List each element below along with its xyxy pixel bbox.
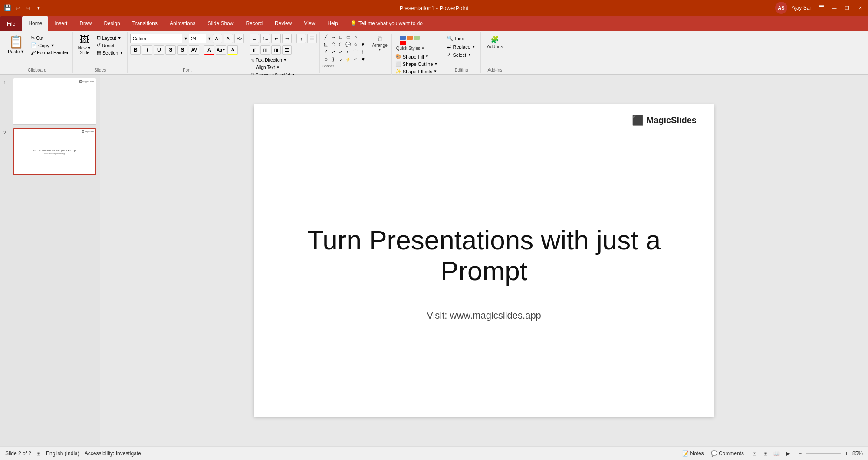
shape-lightning-icon[interactable]: ⚡ (345, 56, 352, 63)
tab-design[interactable]: Design (98, 16, 126, 31)
minimize-button[interactable]: — (830, 3, 838, 12)
reading-view-button[interactable]: 📖 (772, 448, 782, 459)
tab-file[interactable]: File (0, 16, 22, 31)
shape-more-icon[interactable]: ⋯ (359, 34, 366, 41)
layout-button[interactable]: ⊞Layout▼ (95, 35, 125, 41)
paste-button[interactable]: 📋 Paste ▼ (4, 33, 28, 56)
tab-animations[interactable]: Animations (164, 16, 201, 31)
tab-search[interactable]: 💡Tell me what you want to do (344, 16, 429, 31)
slide-main-title[interactable]: Turn Presentations with just a Prompt (277, 225, 691, 287)
accessibility-status[interactable]: Accessibility: Investigate (85, 450, 141, 457)
shape-smile-icon[interactable]: ☺ (322, 56, 329, 63)
shape-oval-icon[interactable]: ○ (352, 34, 359, 41)
change-case-button[interactable]: Aa▼ (216, 45, 226, 55)
section-button[interactable]: ▤Section▼ (95, 49, 125, 56)
shadow-button[interactable]: S (177, 45, 187, 55)
shape-hexagon-icon[interactable]: ⬡ (337, 41, 344, 48)
slide-thumbnail-panel-toggle[interactable]: ⊞ (36, 450, 41, 457)
shape-music-icon[interactable]: ♪ (337, 56, 344, 63)
shape-rect-icon[interactable]: □ (337, 34, 344, 41)
bullets-button[interactable]: ≡ (250, 34, 259, 43)
comments-button[interactable]: 💬 Comments (709, 450, 746, 457)
columns-button[interactable]: ☰ (307, 34, 317, 43)
font-size-dropdown-icon[interactable]: ▼ (207, 36, 211, 41)
undo-icon[interactable]: ↩ (14, 4, 22, 12)
shape-cross-icon[interactable]: ✖ (359, 56, 366, 63)
quick-styles-button[interactable]: Quick Styles ▼ (394, 34, 427, 52)
line-spacing-button[interactable]: ↕ (296, 34, 306, 43)
shape-effects-button[interactable]: ✨ Shape Effects ▼ (394, 68, 440, 75)
user-avatar[interactable]: AS (775, 2, 787, 14)
font-name-input[interactable] (130, 34, 182, 43)
find-button[interactable]: 🔍 Find (445, 35, 477, 42)
reset-button[interactable]: ↺Reset (95, 42, 125, 49)
font-color-button[interactable]: A (204, 45, 214, 55)
replace-button[interactable]: ⇄ Replace ▼ (445, 43, 477, 50)
shape-connector3-icon[interactable]: ↙ (337, 49, 344, 55)
cut-button[interactable]: ✂Cut (30, 35, 70, 41)
increase-font-button[interactable]: A+ (213, 34, 222, 43)
restore-button[interactable]: ❐ (843, 3, 852, 12)
tab-view[interactable]: View (298, 16, 321, 31)
shape-check-icon[interactable]: ✓ (352, 56, 359, 63)
copy-button[interactable]: 📄Copy▼ (30, 42, 70, 49)
customize-quick-access-icon[interactable]: ▼ (35, 4, 43, 12)
tab-record[interactable]: Record (240, 16, 269, 31)
arrange-button[interactable]: ⧉ Arrange ▼ (370, 34, 390, 53)
shape-fill-button[interactable]: 🎨 Shape Fill ▼ (394, 53, 440, 60)
addins-button[interactable]: 🧩 Add-ins (483, 33, 506, 52)
text-direction-button[interactable]: ⇅Text Direction▼ (250, 57, 317, 63)
zoom-in-button[interactable]: + (843, 450, 850, 457)
highlight-button[interactable]: A (227, 45, 238, 55)
justify-button[interactable]: ☰ (282, 45, 292, 55)
increase-indent-button[interactable]: ⇒ (282, 34, 292, 43)
shape-arrow-icon[interactable]: → (330, 34, 337, 41)
shape-rounded-rect-icon[interactable]: ▭ (345, 34, 352, 41)
align-right-button[interactable]: ◨ (271, 45, 281, 55)
redo-icon[interactable]: ↪ (24, 4, 32, 12)
shape-callout-icon[interactable]: 💬 (345, 41, 352, 48)
slide-show-button[interactable]: ▶ (783, 448, 793, 459)
tab-insert[interactable]: Insert (48, 16, 73, 31)
shape-curved1-icon[interactable]: ∪ (345, 49, 352, 55)
align-center-button[interactable]: ◫ (260, 45, 270, 55)
tab-home[interactable]: Home (22, 16, 48, 31)
underline-button[interactable]: U (154, 45, 164, 55)
shape-connector1-icon[interactable]: ∠ (322, 49, 329, 55)
tab-draw[interactable]: Draw (73, 16, 98, 31)
slide-subtitle[interactable]: Visit: www.magicslides.app (427, 310, 541, 321)
align-left-button[interactable]: ◧ (250, 45, 259, 55)
zoom-out-button[interactable]: − (797, 450, 803, 457)
slide-canvas[interactable]: ⬛ MagicSlides Turn Presentations with ju… (254, 104, 714, 417)
shape-dropdown-icon[interactable]: ▼ (359, 41, 366, 48)
italic-button[interactable]: I (142, 45, 152, 55)
slide-sorter-button[interactable]: ⊞ (760, 448, 771, 459)
notes-button[interactable]: 📝 Notes (681, 450, 706, 457)
decrease-font-button[interactable]: A- (224, 34, 233, 43)
shape-outline-button[interactable]: ⬜ Shape Outline ▼ (394, 61, 440, 67)
save-icon[interactable]: 💾 (3, 4, 11, 12)
slide-thumbnail-2[interactable]: 🔲 MagicSlides Turn Presentations with ju… (13, 128, 96, 175)
tab-transitions[interactable]: Transitions (126, 16, 164, 31)
select-button[interactable]: ↗ Select ▼ (445, 51, 477, 59)
close-button[interactable]: ✕ (856, 3, 865, 12)
shape-pentagon-icon[interactable]: ⬠ (330, 41, 337, 48)
shape-right-triangle-icon[interactable]: ◺ (322, 41, 329, 48)
ribbon-display-icon[interactable]: 🗔 (818, 4, 825, 12)
shape-connector2-icon[interactable]: ↗ (330, 49, 337, 55)
strikethrough-button[interactable]: S (165, 45, 176, 55)
bold-button[interactable]: B (130, 45, 141, 55)
zoom-slider[interactable] (806, 453, 841, 454)
tab-review[interactable]: Review (269, 16, 298, 31)
slide-thumbnail-1[interactable]: 🔲 MagicSlides (13, 78, 96, 125)
align-text-button[interactable]: ⊤Align Text▼ (250, 65, 317, 70)
format-painter-button[interactable]: 🖌Format Painter (30, 49, 70, 55)
shape-leftbrace-icon[interactable]: } (330, 56, 337, 63)
tab-slideshow[interactable]: Slide Show (201, 16, 240, 31)
shape-curved2-icon[interactable]: ⌒ (352, 49, 359, 55)
font-size-input[interactable] (189, 34, 206, 43)
decrease-indent-button[interactable]: ⇐ (271, 34, 281, 43)
normal-view-button[interactable]: ⊡ (749, 448, 760, 459)
shape-brace-icon[interactable]: { (359, 49, 366, 55)
shape-line-icon[interactable]: ╱ (322, 34, 329, 41)
